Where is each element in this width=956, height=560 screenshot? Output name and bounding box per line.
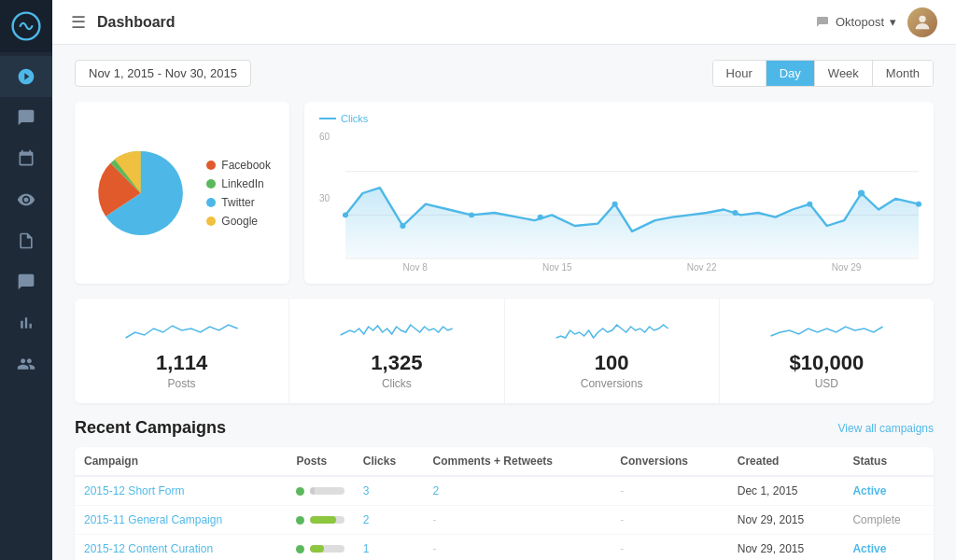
clicks-val: 3 (363, 484, 370, 497)
google-label: Google (221, 215, 258, 228)
col-campaign: Campaign (75, 447, 287, 476)
filter-row: Nov 1, 2015 - Nov 30, 2015 Hour Day Week… (75, 60, 934, 87)
posts-bar-fill (310, 516, 335, 524)
time-filter-group: Hour Day Week Month (712, 60, 934, 87)
col-posts: Posts (287, 447, 353, 476)
pie-legend: Facebook LinkedIn Twitter Google (206, 159, 271, 228)
svg-point-1 (919, 15, 925, 21)
created-val: Nov 29, 2015 (728, 535, 844, 561)
svg-point-10 (732, 210, 738, 216)
table-header-row: Campaign Posts Clicks Comments + Retweet… (75, 447, 934, 476)
facebook-dot (206, 161, 216, 170)
sidebar-item-reports[interactable] (0, 302, 52, 343)
status-val: Complete (852, 513, 900, 526)
posts-bar (310, 545, 344, 553)
svg-point-8 (538, 215, 543, 220)
conversions-val: - (620, 542, 624, 555)
sparkline-posts (93, 312, 270, 345)
x-label-nov29: Nov 29 (832, 262, 862, 273)
x-label-nov22: Nov 22 (687, 262, 717, 273)
stat-clicks: 1,325 Clicks (289, 299, 504, 403)
x-label-nov15: Nov 15 (542, 262, 572, 273)
posts-dot (296, 487, 304, 496)
facebook-label: Facebook (221, 159, 271, 172)
stat-usd: $10,000 USD (720, 299, 934, 403)
topbar-right: Oktopost ▾ (815, 7, 937, 37)
time-filter-hour[interactable]: Hour (713, 61, 766, 86)
posts-bar-fill (310, 545, 324, 553)
stat-usd-value: $10,000 (738, 351, 915, 375)
chart-label: Clicks (319, 113, 919, 124)
topbar: ☰ Dashboard Oktopost ▾ (52, 0, 956, 45)
stat-posts-label: Posts (93, 377, 270, 390)
y-label-30: 30 (319, 193, 340, 203)
section-header: Recent Campaigns View all campaigns (75, 418, 934, 438)
time-filter-day[interactable]: Day (766, 61, 815, 86)
sidebar-item-content[interactable] (0, 220, 52, 261)
posts-bar-fill (310, 487, 314, 495)
app-logo[interactable] (0, 0, 52, 52)
campaign-link[interactable]: 2015-12 Content Curation (84, 542, 213, 555)
stat-clicks-value: 1,325 (308, 351, 485, 375)
page-title: Dashboard (97, 14, 815, 31)
content-area: Nov 1, 2015 - Nov 30, 2015 Hour Day Week… (52, 45, 956, 560)
col-clicks: Clicks (354, 447, 424, 476)
stat-conversions-label: Conversions (524, 377, 700, 390)
status-val: Active (852, 542, 886, 555)
conversions-val: - (620, 484, 624, 497)
created-val: Nov 29, 2015 (728, 506, 844, 535)
posts-dot (296, 516, 304, 525)
pie-chart-card: Facebook LinkedIn Twitter Google (75, 102, 289, 284)
sparkline-clicks (308, 312, 485, 345)
sidebar-item-messages[interactable] (0, 261, 52, 302)
menu-toggle[interactable]: ☰ (71, 12, 86, 33)
section-title: Recent Campaigns (75, 418, 226, 438)
svg-point-11 (807, 202, 812, 207)
posts-bar-container (296, 545, 344, 553)
posts-bar (310, 516, 344, 524)
comments-val: - (433, 513, 437, 526)
legend-facebook: Facebook (206, 159, 271, 172)
linkedin-label: LinkedIn (221, 177, 263, 190)
sparkline-conversions (524, 312, 700, 345)
sparkline-usd (738, 312, 915, 345)
clicks-val: 1 (363, 542, 370, 555)
svg-point-13 (916, 202, 921, 207)
col-conversions: Conversions (611, 447, 727, 476)
avatar[interactable] (907, 7, 937, 37)
col-created: Created (728, 447, 844, 476)
sidebar-item-analytics[interactable] (0, 56, 52, 97)
date-range-button[interactable]: Nov 1, 2015 - Nov 30, 2015 (75, 60, 251, 87)
conversions-val: - (620, 513, 624, 526)
view-all-link[interactable]: View all campaigns (838, 422, 935, 435)
twitter-label: Twitter (221, 196, 254, 209)
campaign-link[interactable]: 2015-12 Short Form (84, 484, 184, 497)
y-label-60: 60 (319, 132, 340, 142)
campaigns-table: Campaign Posts Clicks Comments + Retweet… (75, 447, 934, 560)
stats-row: 1,114 Posts 1,325 Clicks (75, 299, 934, 403)
stat-conversions: 100 Conversions (505, 299, 720, 403)
brand-selector[interactable]: Oktopost ▾ (815, 15, 896, 30)
comments-val: 2 (433, 484, 440, 497)
sidebar-item-calendar[interactable] (0, 138, 52, 179)
google-dot (206, 217, 216, 226)
legend-google: Google (206, 215, 271, 228)
svg-point-12 (858, 190, 865, 197)
charts-row: Facebook LinkedIn Twitter Google (75, 102, 934, 284)
sidebar-item-users[interactable] (0, 343, 52, 385)
twitter-dot (206, 198, 216, 207)
sidebar-item-monitor[interactable] (0, 179, 52, 220)
clicks-val: 2 (363, 513, 370, 526)
sidebar (0, 0, 52, 560)
campaign-link[interactable]: 2015-11 General Campaign (84, 513, 222, 526)
time-filter-week[interactable]: Week (815, 61, 873, 86)
posts-dot (296, 545, 304, 553)
col-comments: Comments + Retweets (424, 447, 612, 476)
time-filter-month[interactable]: Month (873, 61, 933, 86)
sidebar-item-campaigns[interactable] (0, 97, 52, 138)
line-chart-card: Clicks 60 30 (304, 102, 934, 284)
brand-name: Oktopost (836, 15, 884, 29)
brand-chevron-icon: ▾ (890, 15, 896, 29)
stat-posts-value: 1,114 (93, 351, 270, 375)
stat-clicks-label: Clicks (308, 377, 485, 390)
